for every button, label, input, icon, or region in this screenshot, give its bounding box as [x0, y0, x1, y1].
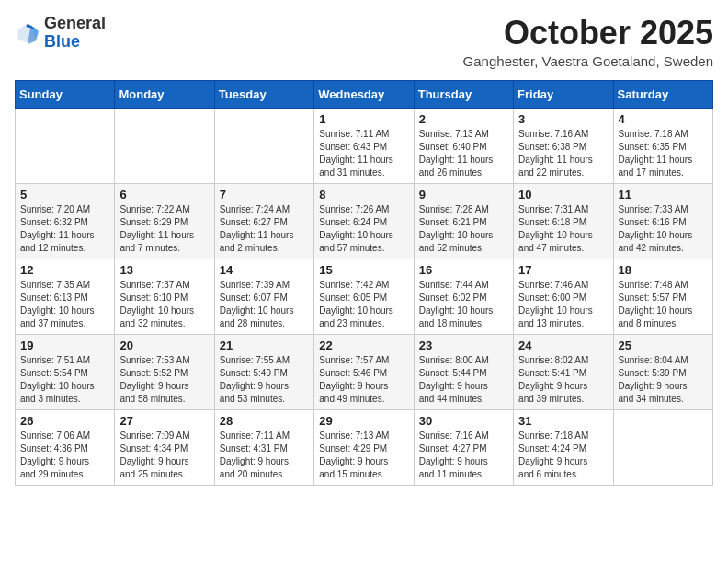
day-info: Sunrise: 7:55 AM Sunset: 5:49 PM Dayligh…	[220, 354, 309, 406]
day-info: Sunrise: 7:26 AM Sunset: 6:24 PM Dayligh…	[319, 203, 408, 255]
logo-text: General Blue	[44, 15, 106, 52]
day-info: Sunrise: 7:11 AM Sunset: 6:43 PM Dayligh…	[319, 128, 408, 179]
calendar-week-1: 1Sunrise: 7:11 AM Sunset: 6:43 PM Daylig…	[16, 108, 713, 183]
weekday-header-monday: Monday	[115, 80, 214, 108]
day-info: Sunrise: 7:37 AM Sunset: 6:10 PM Dayligh…	[119, 279, 209, 330]
day-number: 22	[319, 339, 408, 352]
day-info: Sunrise: 7:33 AM Sunset: 6:16 PM Dayligh…	[619, 203, 708, 255]
day-info: Sunrise: 7:53 AM Sunset: 5:52 PM Dayligh…	[119, 354, 209, 406]
day-number: 26	[20, 414, 109, 428]
calendar-cell: 26Sunrise: 7:06 AM Sunset: 4:36 PM Dayli…	[16, 409, 115, 485]
day-info: Sunrise: 7:20 AM Sunset: 6:32 PM Dayligh…	[20, 203, 109, 255]
calendar-table: SundayMondayTuesdayWednesdayThursdayFrid…	[15, 80, 713, 486]
calendar-cell	[214, 108, 313, 183]
day-number: 15	[319, 263, 408, 277]
day-number: 2	[419, 112, 508, 126]
day-number: 9	[419, 188, 508, 201]
calendar-cell: 9Sunrise: 7:28 AM Sunset: 6:21 PM Daylig…	[414, 183, 513, 259]
weekday-header-wednesday: Wednesday	[314, 80, 414, 108]
calendar-cell: 5Sunrise: 7:20 AM Sunset: 6:32 PM Daylig…	[16, 183, 115, 259]
calendar-cell: 6Sunrise: 7:22 AM Sunset: 6:29 PM Daylig…	[115, 183, 214, 259]
calendar-cell: 17Sunrise: 7:46 AM Sunset: 6:00 PM Dayli…	[514, 259, 613, 334]
day-number: 16	[419, 263, 508, 277]
calendar-cell	[16, 108, 115, 183]
day-info: Sunrise: 7:13 AM Sunset: 4:29 PM Dayligh…	[319, 430, 408, 481]
day-info: Sunrise: 7:18 AM Sunset: 6:35 PM Dayligh…	[619, 128, 708, 179]
calendar-cell: 13Sunrise: 7:37 AM Sunset: 6:10 PM Dayli…	[115, 259, 214, 334]
day-info: Sunrise: 7:51 AM Sunset: 5:54 PM Dayligh…	[20, 354, 109, 406]
calendar-cell: 18Sunrise: 7:48 AM Sunset: 5:57 PM Dayli…	[613, 259, 712, 334]
day-info: Sunrise: 7:06 AM Sunset: 4:36 PM Dayligh…	[20, 430, 109, 481]
calendar-cell: 7Sunrise: 7:24 AM Sunset: 6:27 PM Daylig…	[214, 183, 313, 259]
day-info: Sunrise: 7:16 AM Sunset: 6:38 PM Dayligh…	[518, 128, 608, 179]
day-number: 25	[619, 339, 708, 352]
day-info: Sunrise: 7:13 AM Sunset: 6:40 PM Dayligh…	[419, 128, 508, 179]
day-info: Sunrise: 7:16 AM Sunset: 4:27 PM Dayligh…	[419, 430, 508, 481]
calendar-cell: 4Sunrise: 7:18 AM Sunset: 6:35 PM Daylig…	[613, 108, 712, 183]
day-info: Sunrise: 7:42 AM Sunset: 6:05 PM Dayligh…	[319, 279, 408, 330]
calendar-cell: 24Sunrise: 8:02 AM Sunset: 5:41 PM Dayli…	[514, 334, 613, 409]
day-number: 4	[619, 112, 708, 126]
day-number: 24	[518, 339, 608, 352]
day-info: Sunrise: 7:46 AM Sunset: 6:00 PM Dayligh…	[518, 279, 608, 330]
day-number: 18	[619, 263, 708, 277]
location-subtitle: Ganghester, Vaestra Goetaland, Sweden	[463, 53, 713, 69]
day-info: Sunrise: 7:57 AM Sunset: 5:46 PM Dayligh…	[319, 354, 408, 406]
calendar-header: SundayMondayTuesdayWednesdayThursdayFrid…	[16, 80, 713, 108]
weekday-header-friday: Friday	[514, 80, 613, 108]
day-number: 8	[319, 188, 408, 201]
calendar-cell	[613, 409, 712, 485]
day-info: Sunrise: 7:28 AM Sunset: 6:21 PM Dayligh…	[419, 203, 508, 255]
logo-icon	[15, 20, 40, 46]
calendar-cell: 27Sunrise: 7:09 AM Sunset: 4:34 PM Dayli…	[115, 409, 214, 485]
calendar-cell: 15Sunrise: 7:42 AM Sunset: 6:05 PM Dayli…	[314, 259, 414, 334]
calendar-week-4: 19Sunrise: 7:51 AM Sunset: 5:54 PM Dayli…	[16, 334, 713, 409]
logo: General Blue	[15, 15, 106, 52]
day-number: 11	[619, 188, 708, 201]
day-number: 10	[518, 188, 608, 201]
month-title: October 2025	[463, 15, 713, 52]
day-info: Sunrise: 7:22 AM Sunset: 6:29 PM Dayligh…	[119, 203, 209, 255]
calendar-week-3: 12Sunrise: 7:35 AM Sunset: 6:13 PM Dayli…	[16, 259, 713, 334]
day-number: 29	[319, 414, 408, 428]
calendar-cell: 29Sunrise: 7:13 AM Sunset: 4:29 PM Dayli…	[314, 409, 414, 485]
weekday-header-thursday: Thursday	[414, 80, 513, 108]
day-number: 20	[119, 339, 209, 352]
day-number: 14	[220, 263, 309, 277]
day-info: Sunrise: 7:24 AM Sunset: 6:27 PM Dayligh…	[220, 203, 309, 255]
day-info: Sunrise: 7:35 AM Sunset: 6:13 PM Dayligh…	[20, 279, 109, 330]
day-number: 21	[220, 339, 309, 352]
weekday-header-tuesday: Tuesday	[214, 80, 313, 108]
calendar-cell: 2Sunrise: 7:13 AM Sunset: 6:40 PM Daylig…	[414, 108, 513, 183]
calendar-cell: 22Sunrise: 7:57 AM Sunset: 5:46 PM Dayli…	[314, 334, 414, 409]
calendar-body: 1Sunrise: 7:11 AM Sunset: 6:43 PM Daylig…	[16, 108, 713, 485]
calendar-cell: 12Sunrise: 7:35 AM Sunset: 6:13 PM Dayli…	[16, 259, 115, 334]
day-number: 12	[20, 263, 109, 277]
calendar-week-5: 26Sunrise: 7:06 AM Sunset: 4:36 PM Dayli…	[16, 409, 713, 485]
calendar-cell: 19Sunrise: 7:51 AM Sunset: 5:54 PM Dayli…	[16, 334, 115, 409]
day-info: Sunrise: 7:09 AM Sunset: 4:34 PM Dayligh…	[119, 430, 209, 481]
day-number: 27	[119, 414, 209, 428]
weekday-header-saturday: Saturday	[613, 80, 712, 108]
calendar-cell: 14Sunrise: 7:39 AM Sunset: 6:07 PM Dayli…	[214, 259, 313, 334]
day-info: Sunrise: 7:48 AM Sunset: 5:57 PM Dayligh…	[619, 279, 708, 330]
day-number: 6	[119, 188, 209, 201]
day-info: Sunrise: 7:18 AM Sunset: 4:24 PM Dayligh…	[518, 430, 608, 481]
day-number: 5	[20, 188, 109, 201]
day-info: Sunrise: 7:44 AM Sunset: 6:02 PM Dayligh…	[419, 279, 508, 330]
title-block: October 2025 Ganghester, Vaestra Goetala…	[463, 15, 713, 69]
day-info: Sunrise: 8:02 AM Sunset: 5:41 PM Dayligh…	[518, 354, 608, 406]
calendar-cell: 25Sunrise: 8:04 AM Sunset: 5:39 PM Dayli…	[613, 334, 712, 409]
calendar-cell: 30Sunrise: 7:16 AM Sunset: 4:27 PM Dayli…	[414, 409, 513, 485]
weekday-header-row: SundayMondayTuesdayWednesdayThursdayFrid…	[16, 80, 713, 108]
calendar-week-2: 5Sunrise: 7:20 AM Sunset: 6:32 PM Daylig…	[16, 183, 713, 259]
day-number: 7	[220, 188, 309, 201]
calendar-cell: 16Sunrise: 7:44 AM Sunset: 6:02 PM Dayli…	[414, 259, 513, 334]
day-number: 28	[220, 414, 309, 428]
calendar-cell: 21Sunrise: 7:55 AM Sunset: 5:49 PM Dayli…	[214, 334, 313, 409]
calendar-cell: 8Sunrise: 7:26 AM Sunset: 6:24 PM Daylig…	[314, 183, 414, 259]
calendar-cell: 10Sunrise: 7:31 AM Sunset: 6:18 PM Dayli…	[514, 183, 613, 259]
day-number: 23	[419, 339, 508, 352]
calendar-cell	[115, 108, 214, 183]
calendar-cell: 28Sunrise: 7:11 AM Sunset: 4:31 PM Dayli…	[214, 409, 313, 485]
